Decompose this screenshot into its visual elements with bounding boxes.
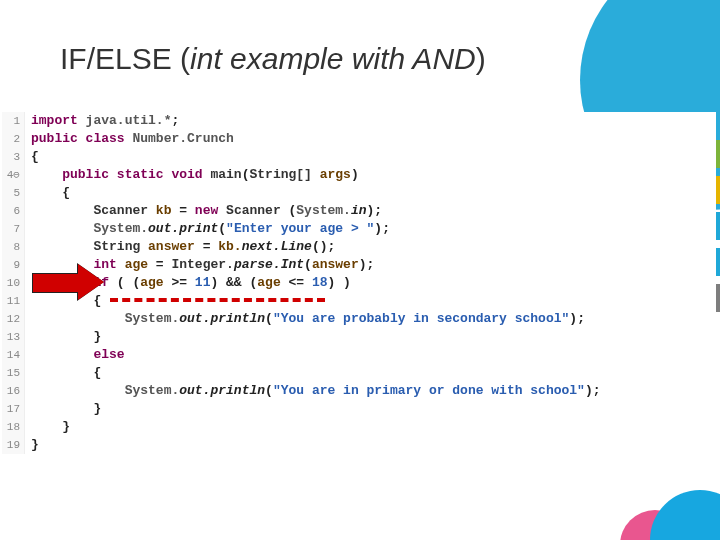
code-text: String answer = kb.next.Line();: [25, 238, 335, 256]
code-line: 13 }: [2, 328, 716, 346]
code-text: System.out.println("You are probably in …: [25, 310, 585, 328]
code-line: 6 Scanner kb = new Scanner (System.in);: [2, 202, 716, 220]
code-text: {: [25, 184, 70, 202]
code-text: System.out.println("You are in primary o…: [25, 382, 601, 400]
line-number: 1: [2, 112, 25, 130]
code-text: import java.util.*;: [25, 112, 179, 130]
code-line: 10 if ( (age >= 11) && (age <= 18) ): [2, 274, 716, 292]
code-text: public class Number.Crunch: [25, 130, 234, 148]
code-text: System.out.print("Enter your age > ");: [25, 220, 390, 238]
code-text: }: [25, 328, 101, 346]
code-line: 15 {: [2, 364, 716, 382]
line-number: 11: [2, 292, 25, 310]
pointer-arrow-icon: [32, 264, 106, 300]
code-viewer: 1import java.util.*;2public class Number…: [2, 112, 716, 454]
line-number: 3: [2, 148, 25, 166]
line-number: 17: [2, 400, 25, 418]
title-prefix: IF/ELSE (: [60, 42, 190, 75]
line-number: 14: [2, 346, 25, 364]
code-line: 2public class Number.Crunch: [2, 130, 716, 148]
highlight-dashed-underline: [110, 298, 325, 302]
code-line: 14 else: [2, 346, 716, 364]
title-italic: int example with AND: [190, 42, 476, 75]
code-text: public static void main(String[] args): [25, 166, 359, 184]
line-number: 13: [2, 328, 25, 346]
line-number: 18: [2, 418, 25, 436]
code-line: 1import java.util.*;: [2, 112, 716, 130]
line-number: 12: [2, 310, 25, 328]
code-text: else: [25, 346, 125, 364]
decoration-circle-blue-small: [650, 490, 720, 540]
code-line: 5 {: [2, 184, 716, 202]
title-suffix: ): [476, 42, 486, 75]
code-line: 7 System.out.print("Enter your age > ");: [2, 220, 716, 238]
code-line: 16 System.out.println("You are in primar…: [2, 382, 716, 400]
line-number: 15: [2, 364, 25, 382]
code-line: 17 }: [2, 400, 716, 418]
code-line: 4⊖ public static void main(String[] args…: [2, 166, 716, 184]
code-text: Scanner kb = new Scanner (System.in);: [25, 202, 382, 220]
code-text: }: [25, 400, 101, 418]
code-line: 18 }: [2, 418, 716, 436]
line-number: 7: [2, 220, 25, 238]
code-text: {: [25, 364, 101, 382]
code-text: }: [25, 436, 39, 454]
code-text: {: [25, 148, 39, 166]
code-text: }: [25, 418, 70, 436]
line-number: 16: [2, 382, 25, 400]
line-number: 2: [2, 130, 25, 148]
code-line: 12 System.out.println("You are probably …: [2, 310, 716, 328]
line-number: 8: [2, 238, 25, 256]
slide-title: IF/ELSE (int example with AND): [60, 42, 486, 76]
slide: IF/ELSE (int example with AND) 1import j…: [0, 0, 720, 540]
line-number: 4⊖: [2, 166, 25, 184]
code-line: 8 String answer = kb.next.Line();: [2, 238, 716, 256]
code-line: 3{: [2, 148, 716, 166]
code-line: 9 int age = Integer.parse.Int(answer);: [2, 256, 716, 274]
code-line: 19}: [2, 436, 716, 454]
line-number: 6: [2, 202, 25, 220]
line-number: 9: [2, 256, 25, 274]
line-number: 19: [2, 436, 25, 454]
line-number: 5: [2, 184, 25, 202]
line-number: 10: [2, 274, 25, 292]
